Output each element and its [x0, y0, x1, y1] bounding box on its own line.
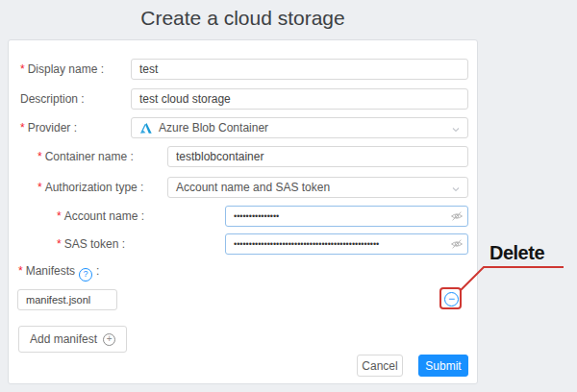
- authorization-type-value: Account name and SAS token: [176, 181, 330, 194]
- container-name-label: *Container name :: [38, 150, 134, 163]
- required-mark: *: [57, 237, 62, 251]
- chevron-down-icon: [451, 184, 461, 197]
- authorization-type-select[interactable]: Account name and SAS token: [167, 177, 468, 198]
- help-icon[interactable]: ?: [79, 268, 92, 282]
- cancel-button[interactable]: Cancel: [357, 355, 403, 377]
- provider-select[interactable]: Azure Blob Container: [131, 117, 468, 138]
- azure-icon: [139, 122, 152, 135]
- create-cloud-storage-page: { "title": "Create a cloud storage", "fo…: [0, 0, 577, 392]
- submit-button[interactable]: Submit: [418, 355, 468, 377]
- plus-circle-icon: +: [103, 333, 115, 346]
- required-mark: *: [57, 209, 62, 223]
- required-mark: *: [38, 150, 42, 163]
- display-name-label: *Display name :: [20, 62, 104, 76]
- container-name-input[interactable]: [167, 146, 468, 167]
- sas-token-input[interactable]: [225, 233, 468, 255]
- eye-off-icon[interactable]: [450, 209, 464, 223]
- minus-icon: −: [448, 292, 455, 306]
- provider-label: *Provider :: [20, 121, 77, 135]
- sas-token-label: *SAS token :: [57, 237, 125, 251]
- delete-manifest-button[interactable]: −: [444, 292, 459, 306]
- provider-value: Azure Blob Container: [159, 121, 268, 135]
- description-label: Description :: [20, 92, 85, 106]
- eye-off-icon[interactable]: [450, 237, 464, 251]
- required-mark: *: [38, 181, 42, 194]
- account-name-label: *Account name :: [57, 209, 144, 223]
- add-manifest-button[interactable]: Add manifest +: [18, 326, 127, 353]
- page-title: Create a cloud storage: [0, 7, 486, 30]
- required-mark: *: [20, 121, 25, 135]
- required-mark: *: [18, 264, 23, 278]
- chevron-down-icon: [451, 124, 461, 137]
- create-form-panel: *Display name : Description : *Provider …: [8, 39, 478, 384]
- display-name-input[interactable]: [131, 59, 468, 80]
- account-name-input[interactable]: [225, 206, 468, 227]
- description-input[interactable]: [131, 88, 468, 110]
- delete-annotation-label: Delete: [489, 241, 544, 264]
- manifest-input[interactable]: [17, 289, 117, 310]
- required-mark: *: [20, 62, 25, 76]
- authorization-type-label: *Authorization type :: [38, 181, 143, 194]
- manifests-label: *Manifests?:: [18, 264, 99, 282]
